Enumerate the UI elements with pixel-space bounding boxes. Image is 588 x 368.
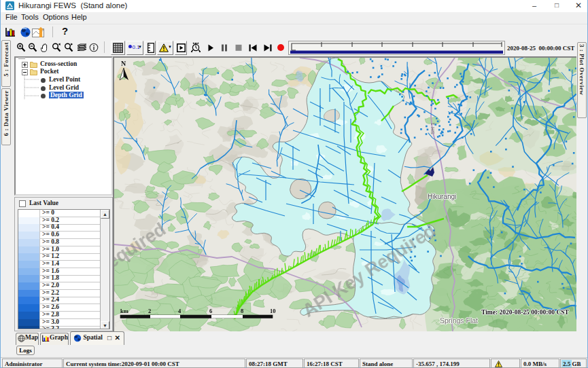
svg-text:Springs Flat: Springs Flat: [440, 316, 478, 325]
svg-text:6: 6: [209, 308, 212, 314]
svg-text:N: N: [121, 60, 126, 67]
svg-text:8: 8: [241, 308, 243, 314]
svg-text:km: km: [120, 308, 128, 314]
svg-text:2: 2: [148, 308, 151, 314]
svg-text:Time: 2020-08-25 00:00:00 CST: Time: 2020-08-25 00:00:00 CST: [481, 309, 570, 316]
svg-text:SH 1: SH 1: [430, 122, 436, 134]
svg-text:Hikurangi: Hikurangi: [428, 193, 456, 200]
svg-text:10: 10: [270, 308, 276, 314]
